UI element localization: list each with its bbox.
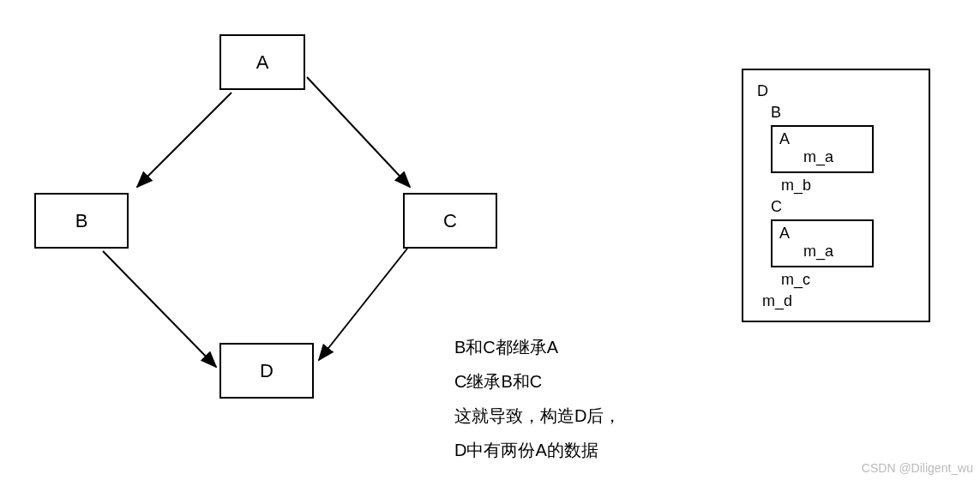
mem-C-mc: m_c [781, 271, 915, 289]
mem-C-A-box: A m_a [771, 219, 874, 267]
mem-B-A-ma: m_a [803, 148, 865, 166]
arrow-B-to-D [103, 251, 216, 367]
mem-C-A-ma: m_a [803, 243, 865, 261]
arrow-C-to-D [319, 249, 407, 360]
explanation-text: B和C都继承A C继承B和C 这就导致，构造D后， D中有两份A的数据 [454, 330, 621, 467]
explanation-line-4: D中有两份A的数据 [454, 433, 621, 467]
explanation-line-1: B和C都继承A [454, 330, 621, 364]
node-D: D [219, 343, 314, 399]
node-A: A [219, 34, 305, 90]
node-B: B [34, 193, 129, 249]
memory-layout-panel: D B A m_a m_b C A m_a m_c m_d [742, 69, 930, 322]
mem-B-label: B [771, 104, 915, 122]
arrow-A-to-C [307, 77, 410, 187]
explanation-line-3: 这就导致，构造D后， [454, 399, 621, 433]
mem-C-label: C [771, 198, 915, 216]
arrow-A-to-B [137, 93, 231, 187]
mem-B-A-box: A m_a [771, 125, 874, 173]
node-C: C [403, 193, 497, 249]
watermark: CSDN @Diligent_wu [862, 461, 973, 475]
explanation-line-2: C继承B和C [454, 364, 621, 399]
mem-D-label: D [757, 82, 915, 100]
mem-B-mb: m_b [781, 177, 915, 195]
mem-D-md: m_d [762, 292, 915, 310]
mem-C-A-label: A [779, 225, 865, 243]
mem-B-A-label: A [779, 130, 865, 148]
